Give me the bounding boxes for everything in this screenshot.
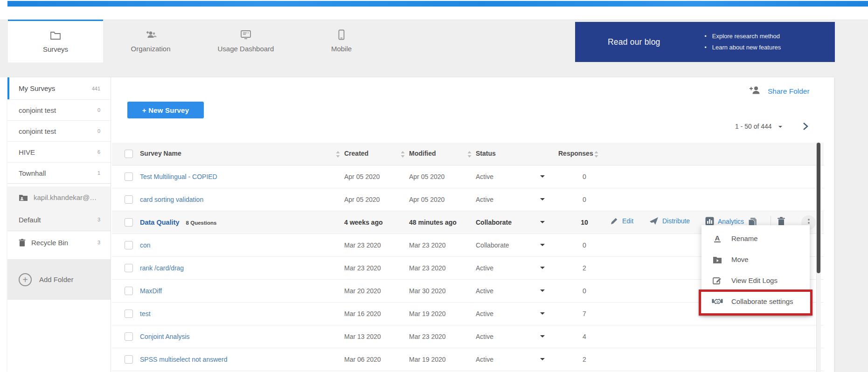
tab-surveys[interactable]: Surveys <box>8 20 103 62</box>
sidebar-item-conjoint-test-2[interactable]: conjoint test 0 <box>7 121 111 142</box>
row-checkbox[interactable] <box>125 287 133 295</box>
status-dropdown-caret[interactable] <box>540 335 545 340</box>
sidebar-item-recycle-bin[interactable]: Recycle Bin 3 <box>7 231 111 254</box>
sidebar-item-default[interactable]: Default 3 <box>7 208 111 231</box>
row-checkbox[interactable] <box>125 218 133 227</box>
add-folder-button[interactable]: + Add Folder <box>7 259 111 300</box>
surveys-panel: My Surveys 441 conjoint test 0 conjoint … <box>7 77 834 372</box>
analytics-action[interactable]: Analytics <box>705 217 744 226</box>
responses-cell: 0 <box>571 241 597 249</box>
distribute-action[interactable]: Distribute <box>649 217 690 225</box>
sidebar-item-shared-account[interactable]: kapil.khandekar@que... <box>7 186 111 208</box>
modified-cell: Mar 23 2020 <box>409 264 446 272</box>
status-dropdown-caret[interactable] <box>540 221 545 226</box>
next-page-button[interactable] <box>802 122 809 131</box>
status-dropdown-caret[interactable] <box>540 289 545 294</box>
edit-action[interactable]: Edit <box>610 217 633 225</box>
row-checkbox[interactable] <box>125 172 133 181</box>
survey-name-link[interactable]: SPSS multiselect not answerd <box>140 356 228 363</box>
folder-count: 3 <box>97 217 100 222</box>
row-checkbox[interactable] <box>125 355 133 364</box>
sort-icon[interactable] <box>401 151 405 159</box>
handshake-icon <box>712 298 723 305</box>
sidebar-item-conjoint-test-1[interactable]: conjoint test 0 <box>7 100 111 121</box>
menu-item-label: Collaborate settings <box>731 297 793 305</box>
status-cell: Active <box>476 196 493 203</box>
tab-usage-dashboard[interactable]: Usage Dashboard <box>198 20 293 62</box>
status-dropdown-caret[interactable] <box>540 175 545 180</box>
status-cell: Active <box>476 310 493 317</box>
tab-mobile[interactable]: Mobile <box>294 20 389 62</box>
new-survey-button[interactable]: + New Survey <box>127 102 204 118</box>
pagination-range[interactable]: 1 - 50 of 444 <box>735 123 772 130</box>
status-dropdown-caret[interactable] <box>540 312 545 317</box>
menu-item-rename[interactable]: A Rename <box>701 228 810 249</box>
survey-name-link[interactable]: test <box>140 310 151 317</box>
table-header: Survey Name Created Modified Status Resp… <box>112 143 824 165</box>
tab-organization[interactable]: Organization <box>103 20 198 62</box>
survey-name-link[interactable]: con <box>140 241 151 249</box>
sort-icon[interactable] <box>336 151 340 159</box>
modified-cell: Apr 05 2020 <box>409 173 444 180</box>
menu-item-collaborate-settings[interactable]: Collaborate settings <box>701 291 810 312</box>
col-responses[interactable]: Responses <box>558 150 593 157</box>
row-checkbox[interactable] <box>125 195 133 204</box>
table-row: SPSS multiselect not answerd Mar 06 2020… <box>112 348 824 371</box>
survey-name-link[interactable]: card sorting validation <box>140 196 203 203</box>
survey-name-link[interactable]: Data Quality8 Questions <box>140 219 216 226</box>
status-dropdown-caret[interactable] <box>540 358 545 363</box>
menu-item-move[interactable]: Move <box>701 249 810 270</box>
bar-chart-icon <box>705 217 714 226</box>
banner-title[interactable]: Read our blog <box>608 37 660 47</box>
folder-label: conjoint test <box>19 127 56 135</box>
status-dropdown-caret[interactable] <box>540 267 545 271</box>
banner-bullet: Explore research method <box>705 31 781 42</box>
menu-item-label: Move <box>731 255 749 263</box>
shared-folder-group: kapil.khandekar@que... Default 3 <box>7 186 111 231</box>
survey-name-link[interactable]: Test Multilingual - COPIED <box>140 173 217 180</box>
table-row: card sorting validation Apr 05 2020 Apr … <box>112 188 824 211</box>
col-modified[interactable]: Modified <box>409 150 436 157</box>
share-folder-label: Share Folder <box>768 87 810 96</box>
status-dropdown-caret[interactable] <box>540 198 545 203</box>
menu-item-view-edit-logs[interactable]: View Edit Logs <box>701 270 810 291</box>
menu-item-label: View Edit Logs <box>731 276 778 284</box>
modified-cell: Mar 23 2020 <box>409 241 446 249</box>
responses-cell: 2 <box>571 264 597 272</box>
col-status[interactable]: Status <box>476 150 496 157</box>
top-accent-bar <box>7 1 868 7</box>
table-scrollbar-thumb[interactable] <box>817 143 820 273</box>
pagination-caret-icon[interactable] <box>778 126 782 130</box>
survey-name-link[interactable]: rank /card/drag <box>140 264 184 272</box>
created-cell: Mar 23 2020 <box>344 264 381 272</box>
created-cell: 4 weeks ago <box>344 219 383 226</box>
col-created[interactable]: Created <box>344 150 368 157</box>
row-checkbox[interactable] <box>125 241 133 249</box>
status-dropdown-caret[interactable] <box>540 244 545 248</box>
folder-label: Townhall <box>19 169 46 177</box>
delete-survey-button[interactable] <box>777 217 785 226</box>
sidebar-item-my-surveys[interactable]: My Surveys 441 <box>7 77 111 100</box>
row-checkbox[interactable] <box>125 264 133 272</box>
sidebar-item-hive[interactable]: HIVE 6 <box>7 142 111 163</box>
folder-count: 0 <box>97 107 100 113</box>
responses-cell: 0 <box>571 196 597 203</box>
blog-banner[interactable]: Read our blog Explore research method Le… <box>575 22 835 62</box>
survey-name-link[interactable]: MaxDiff <box>140 287 162 295</box>
trash-icon <box>777 217 785 226</box>
status-cell: Active <box>476 356 493 363</box>
sort-icon[interactable] <box>594 151 598 159</box>
survey-name-link[interactable]: Conjoint Analysis <box>140 333 190 340</box>
edit-label: Edit <box>622 217 633 225</box>
select-all-checkbox[interactable] <box>125 150 133 158</box>
row-checkbox[interactable] <box>125 332 133 341</box>
sidebar-item-townhall[interactable]: Townhall 1 <box>7 163 111 184</box>
modified-cell: Apr 05 2020 <box>409 196 444 203</box>
row-checkbox[interactable] <box>125 310 133 318</box>
sort-icon[interactable] <box>467 151 472 159</box>
folder-label: Recycle Bin <box>31 239 68 247</box>
status-cell: Collaborate <box>476 241 509 249</box>
tab-label: Surveys <box>43 45 68 53</box>
col-survey-name[interactable]: Survey Name <box>140 150 181 157</box>
share-folder-button[interactable]: Share Folder <box>749 86 810 96</box>
